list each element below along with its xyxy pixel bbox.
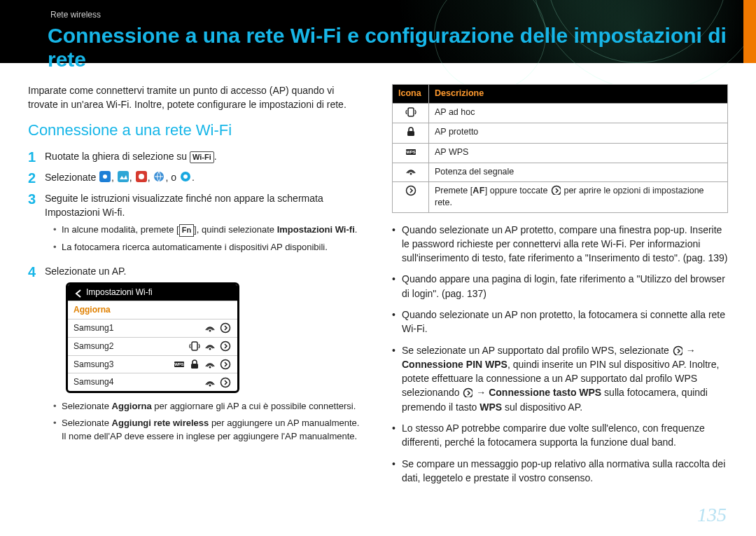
device-title: Impostazioni Wi-fi: [86, 287, 153, 298]
wps-icon: [405, 146, 416, 158]
arrow-icon: [551, 185, 561, 195]
app-icon-1: [99, 171, 111, 182]
step-3: Seguite le istruzioni visualizzate finch…: [45, 192, 364, 258]
table-row: AP WPS: [429, 143, 728, 163]
app-icon-4: [153, 171, 164, 182]
step-number-4: 4: [28, 265, 45, 447]
table-row: AP ad hoc: [429, 103, 728, 123]
device-screenshot: Impostazioni Wi-fi Aggiorna Samsung1: [66, 282, 239, 393]
breadcrumb: Rete wireless: [50, 10, 101, 20]
step-4: Selezionate un AP. Impostazioni Wi-fi Ag…: [45, 265, 364, 447]
bullet-1: Quando selezionate un AP protetto, compa…: [392, 223, 728, 266]
page-title: Connessione a una rete Wi-Fi e configura…: [48, 24, 756, 71]
section-heading-wifi: Connessione a una rete Wi-Fi: [28, 120, 364, 142]
signal-icon: [405, 166, 416, 176]
app-icon-2: [118, 171, 129, 182]
step-3-sub-2: La fotocamera ricerca automaticamente i …: [53, 241, 364, 254]
step-4-sub-1: Selezionate Aggiorna per aggiornare gli …: [53, 400, 364, 413]
wifi-dial-label: Wi-Fi: [190, 151, 214, 163]
bullet-5: Lo stesso AP potrebbe comparire due volt…: [392, 421, 728, 450]
step-1: Ruotate la ghiera di selezione su Wi-Fi.: [45, 150, 364, 164]
arrow-icon: [405, 185, 416, 196]
adhoc-icon: [405, 106, 416, 118]
device-row-2: Samsung2: [68, 337, 237, 355]
fn-key-label: Fn: [179, 224, 194, 236]
signal-icon: [204, 359, 216, 369]
arrow-icon: [220, 341, 231, 352]
adhoc-icon: [189, 341, 200, 352]
device-row-4: Samsung4: [68, 373, 237, 391]
signal-icon: [204, 323, 216, 333]
step-2: Selezionate , , , , o .: [45, 171, 364, 185]
step-number-3: 3: [28, 192, 45, 258]
bullet-2: Quando appare una pagina di login, fate …: [392, 272, 728, 301]
table-row: AP protetto: [429, 123, 728, 144]
step-3-sub-1: In alcune modalità, premete [Fn], quindi…: [53, 224, 364, 236]
device-header: Impostazioni Wi-fi: [68, 284, 237, 301]
lock-icon: [189, 359, 200, 370]
step-number-2: 2: [28, 171, 45, 185]
bullet-6: Se compare un messaggio pop-up relativo …: [392, 457, 728, 486]
bullet-4: Se selezionate un AP supportato dal prof…: [392, 343, 728, 414]
device-row-3: Samsung3: [68, 355, 237, 373]
bullet-3: Quando selezionate un AP non protetto, l…: [392, 308, 728, 336]
page-banner: Rete wireless Connessione a una rete Wi-…: [0, 0, 756, 63]
table-header-icon: Icona: [393, 85, 429, 104]
signal-icon: [204, 341, 216, 351]
app-icon-3: [136, 171, 147, 182]
app-icon-5: [180, 171, 191, 182]
step-4-sub-2: Selezionate Aggiungi rete wireless per a…: [53, 417, 364, 442]
af-key-label: AF: [472, 186, 485, 195]
wps-icon: [174, 359, 185, 370]
device-row-refresh: Aggiorna: [68, 301, 237, 319]
page-number: 135: [697, 504, 727, 526]
table-row: Premete [AF] oppure toccate per aprire l…: [429, 181, 728, 212]
right-column: Icona Descrizione AP ad hoc AP protetto …: [392, 84, 728, 536]
lock-icon: [405, 126, 416, 137]
device-row-1: Samsung1: [68, 319, 237, 337]
arrow-icon: [220, 377, 231, 388]
table-row: Potenza del segnale: [429, 163, 728, 182]
signal-icon: [204, 378, 216, 387]
intro-paragraph: Imparate come connettervi tramite un pun…: [28, 84, 364, 111]
arrow-icon: [220, 322, 231, 334]
arrow-icon: [220, 359, 231, 370]
arrow-icon: [673, 345, 682, 355]
back-icon: [73, 288, 81, 298]
table-header-desc: Descrizione: [429, 85, 728, 104]
step-number-1: 1: [28, 150, 45, 164]
arrow-icon: [463, 387, 472, 397]
icon-description-table: Icona Descrizione AP ad hoc AP protetto …: [392, 84, 728, 213]
left-column: Imparate come connettervi tramite un pun…: [28, 84, 364, 536]
